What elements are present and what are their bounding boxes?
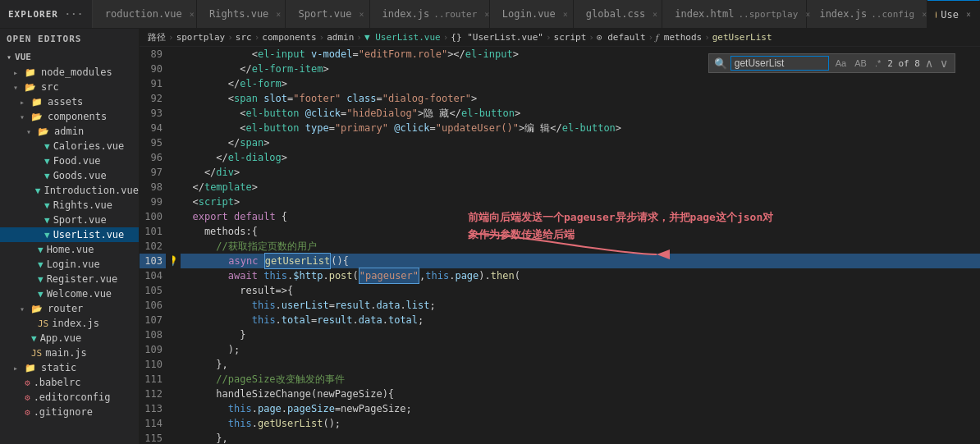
folder-open-icon: 📂 (38, 126, 51, 137)
explorer-menu[interactable]: ··· (65, 9, 84, 20)
content-area: 路径 › sportplay › src › components › admi… (140, 29, 980, 444)
sidebar-item-label: .babelrc (34, 377, 81, 388)
sidebar-item-src[interactable]: ▾ 📂 src (0, 80, 139, 94)
tab-index-js-config[interactable]: index.js ..config × (807, 0, 927, 29)
tab-label: roduction.vue (105, 8, 182, 20)
sidebar-item-login[interactable]: ▼ Login.vue (0, 257, 139, 272)
tab-userlist-vue[interactable]: Use × (927, 0, 980, 29)
config-icon: ⚙ (25, 392, 30, 403)
vue-section[interactable]: ▾ VUE (0, 49, 139, 65)
folder-icon: 📁 (31, 97, 44, 108)
lightbulb-icon: 💡 (172, 254, 178, 268)
breadcrumb: 路径 › sportplay › src › components › admi… (140, 29, 980, 47)
code-line-95: </span> (181, 135, 980, 150)
vue-icon: ▼ (44, 141, 50, 152)
sidebar-item-register[interactable]: ▼ Register.vue (0, 272, 139, 286)
tab-bar: EXPLORER ··· roduction.vue × Rights.vue … (0, 0, 980, 29)
sidebar-item-app[interactable]: ▼ App.vue (0, 331, 139, 346)
sidebar-item-introduction[interactable]: ▼ Introduction.vue (0, 183, 139, 198)
sidebar-item-label: App.vue (40, 332, 82, 344)
sidebar-item-home[interactable]: ▼ Home.vue (0, 242, 139, 257)
search-next-button[interactable]: ∨ (938, 57, 950, 70)
sidebar-item-label: .gitignore (34, 406, 93, 418)
sidebar-item-static[interactable]: ▸ 📁 static (0, 360, 139, 375)
tab-index-js-router[interactable]: index.js ..router × (370, 0, 490, 29)
sidebar-item-babelrc[interactable]: ⚙ .babelrc (0, 375, 139, 390)
search-prev-button[interactable]: ∧ (923, 57, 935, 70)
open-editors-header[interactable]: OPEN EDITORS (0, 29, 139, 49)
explorer-label: EXPLORER (8, 9, 58, 20)
sidebar-item-sport[interactable]: ▼ Sport.vue (0, 213, 139, 227)
close-icon[interactable]: × (805, 10, 810, 19)
arrow-right-icon: ▸ (13, 68, 25, 77)
code-line-114: this.getUserList(); (181, 416, 980, 431)
close-icon[interactable]: × (922, 10, 927, 19)
close-icon[interactable]: × (190, 10, 195, 19)
close-icon[interactable]: × (359, 10, 364, 19)
code-line-113: this.page.pageSize=newPageSize; (181, 401, 980, 416)
sidebar-item-label: Food.vue (53, 155, 101, 167)
code-line-106: this.userList=result.data.list; (181, 298, 980, 313)
close-icon[interactable]: × (484, 10, 489, 19)
sidebar-item-goods[interactable]: ▼ Goods.vue (0, 168, 139, 183)
search-input[interactable] (730, 56, 829, 71)
sidebar-item-main-js[interactable]: JS main.js (0, 346, 139, 360)
main-layout: OPEN EDITORS ▾ VUE ▸ 📁 node_modules ▾ 📂 … (0, 29, 980, 444)
config-icon: ⚙ (25, 378, 30, 388)
tab-production-vue[interactable]: roduction.vue × (93, 0, 197, 29)
regex-button[interactable]: .* (872, 57, 884, 70)
close-icon[interactable]: × (966, 10, 971, 19)
editor: 🔍 Aa AB .* 2 of 8 ∧ ∨ 8990919293 9495969… (140, 47, 980, 444)
tab-sub: ..sportplay (738, 9, 798, 20)
code-line-94: <el-button type="primary" @click="update… (181, 121, 980, 135)
tab-label: Login.vue (502, 8, 556, 20)
sidebar-item-userlist[interactable]: ▼ UserList.vue (0, 227, 139, 242)
code-area[interactable]: <el-input v-model="editForm.role"></el-i… (172, 47, 980, 444)
sidebar-item-editorconfig[interactable]: ⚙ .editorconfig (0, 390, 139, 405)
sidebar-item-node-modules[interactable]: ▸ 📁 node_modules (0, 65, 139, 80)
arrow-down-icon: ▾ (20, 304, 31, 314)
vue-icon: ▼ (44, 215, 50, 226)
tab-rights-vue[interactable]: Rights.vue × (197, 0, 286, 29)
close-icon[interactable]: × (276, 10, 281, 19)
folder-icon: 📁 (25, 363, 38, 373)
sidebar-item-label: admin (54, 126, 84, 137)
vue-icon: ▼ (38, 274, 44, 285)
sidebar-item-label: Rights.vue (53, 199, 112, 211)
tab-label: Use (941, 9, 959, 21)
close-icon[interactable]: × (563, 10, 568, 19)
match-word-button[interactable]: AB (851, 57, 870, 70)
sidebar-item-assets[interactable]: ▸ 📁 assets (0, 94, 139, 109)
arrow-down-icon: ▾ (26, 127, 38, 136)
bc-file: ▼ UserList.vue (364, 32, 441, 43)
sidebar-item-calories[interactable]: ▼ Calories.vue (0, 139, 139, 153)
close-icon[interactable]: × (653, 10, 657, 19)
code-line-104: await this.$http.post("pageuser",this.pa… (181, 268, 980, 283)
sidebar-item-gitignore[interactable]: ⚙ .gitignore (0, 405, 139, 419)
vue-label: VUE (15, 52, 31, 62)
arrow-down-icon: ▾ (7, 53, 11, 62)
match-case-button[interactable]: Aa (832, 57, 849, 70)
arrow-down-icon: ▾ (13, 83, 25, 92)
tab-index-html[interactable]: index.html ..sportplay × (662, 0, 807, 29)
code-line-97: </div> (181, 165, 980, 180)
tab-global-css[interactable]: global.css × (574, 0, 662, 29)
sidebar-item-admin[interactable]: ▾ 📂 admin (0, 124, 139, 139)
sidebar-item-food[interactable]: ▼ Food.vue (0, 153, 139, 168)
sidebar-item-label: Sport.vue (53, 214, 107, 226)
code-line-112: handleSizeChange(newPageSize){ (181, 387, 980, 401)
vue-icon: ▼ (44, 200, 50, 211)
tab-login-vue[interactable]: Login.vue × (490, 0, 574, 29)
search-options: Aa AB .* (832, 57, 885, 70)
vue-icon: ▼ (44, 156, 50, 167)
sidebar-item-components[interactable]: ▾ 📂 components (0, 109, 139, 124)
sidebar-item-welcome[interactable]: ▼ Welcome.vue (0, 286, 139, 301)
sidebar-item-label: Login.vue (47, 259, 100, 270)
code-line-105: result=>{ (181, 283, 980, 298)
dot-yellow (936, 11, 937, 18)
sidebar-item-index-js[interactable]: JS index.js (0, 316, 139, 331)
sidebar-item-router[interactable]: ▾ 📂 router (0, 301, 139, 316)
code-line-100: export default { (181, 209, 980, 224)
tab-sport-vue[interactable]: Sport.vue × (286, 0, 369, 29)
sidebar-item-rights[interactable]: ▼ Rights.vue (0, 198, 139, 213)
